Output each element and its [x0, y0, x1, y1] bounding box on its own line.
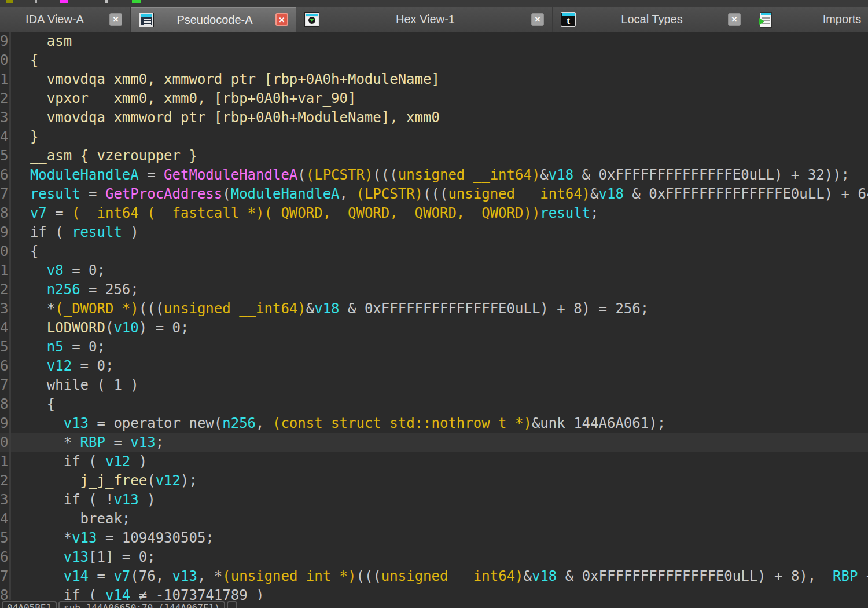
- line-number: 0: [0, 51, 11, 70]
- close-icon[interactable]: ✕: [275, 13, 288, 26]
- code-line[interactable]: 7 v14 = v7(76, v13, *(unsigned int *)(((…: [0, 567, 868, 586]
- line-number: 8: [0, 204, 11, 223]
- code-text: n5 = 0;: [11, 338, 105, 357]
- toolbar-icon-fragment: [6, 0, 13, 3]
- hex-view-icon: [304, 12, 319, 27]
- code-line[interactable]: 4 break;: [0, 510, 868, 529]
- tab-label: Pseudocode-A: [154, 13, 275, 27]
- code-line[interactable]: 2 vpxor xmm0, xmm0, [rbp+0A0h+var_90]: [0, 89, 868, 108]
- code-line[interactable]: 9 if ( result ): [0, 223, 868, 242]
- status-address-box[interactable]: 04A05BE1: [2, 601, 57, 608]
- code-line[interactable]: 1 if ( v12 ): [0, 452, 868, 471]
- pseudocode-icon: [139, 13, 154, 27]
- code-line[interactable]: 0 {: [0, 51, 868, 70]
- tab-imports[interactable]: Imports: [749, 7, 868, 32]
- toolbar-icon-fragment: [105, 0, 108, 3]
- close-icon[interactable]: ✕: [531, 13, 544, 26]
- tab-label: Local Types: [576, 13, 728, 26]
- line-number: 7: [0, 185, 11, 204]
- line-number: 6: [0, 357, 11, 376]
- status-bar: 04A05BE1 sub_144A06650:70 (144A067E1): [0, 600, 868, 608]
- line-number: 9: [0, 223, 11, 242]
- code-text: *v13 = 1094930505;: [11, 529, 214, 548]
- local-types-icon: t: [561, 12, 576, 27]
- code-text: if ( v12 ): [11, 452, 147, 471]
- code-line[interactable]: 9 __asm: [0, 32, 868, 51]
- code-text: n256 = 256;: [11, 280, 139, 299]
- code-line[interactable]: 5 __asm { vzeroupper }: [0, 146, 868, 166]
- tab-label: Hex View-1: [319, 13, 531, 26]
- code-line[interactable]: 1 v8 = 0;: [0, 261, 868, 280]
- line-number: 2: [0, 471, 11, 490]
- toolbar-icon-fragment: [132, 0, 141, 3]
- line-number: 3: [0, 108, 11, 127]
- code-text: LODWORD(v10) = 0;: [11, 318, 189, 338]
- line-number: 0: [0, 433, 11, 452]
- code-text: result = GetProcAddress(ModuleHandleA, (…: [11, 185, 868, 204]
- code-line[interactable]: 7 result = GetProcAddress(ModuleHandleA,…: [0, 185, 868, 204]
- code-line[interactable]: 0 {: [0, 242, 868, 261]
- code-text: while ( 1 ): [11, 376, 139, 395]
- code-text: {: [11, 242, 38, 261]
- tab-label: IDA View-A: [0, 13, 109, 26]
- line-number: 7: [0, 567, 11, 586]
- line-number: 5: [0, 146, 11, 166]
- code-line[interactable]: 9 v13 = operator new(n256, (const struct…: [0, 414, 868, 433]
- code-line[interactable]: 6 v13[1] = 0;: [0, 548, 868, 567]
- close-icon[interactable]: ✕: [109, 13, 122, 26]
- line-number: 6: [0, 166, 11, 185]
- tab-bar: IDA View-A ✕ Pseudocode-A ✕ Hex View-1 ✕…: [0, 7, 868, 32]
- code-line[interactable]: 0 *_RBP = v13;: [0, 433, 868, 452]
- tab-pseudocode-a[interactable]: Pseudocode-A ✕: [131, 7, 296, 32]
- code-text: vmovdqa xmm0, xmmword ptr [rbp+0A0h+Modu…: [11, 70, 440, 89]
- code-text: vpxor xmm0, xmm0, [rbp+0A0h+var_90]: [11, 89, 356, 108]
- tab-hex-view-1[interactable]: Hex View-1 ✕: [296, 7, 553, 32]
- line-number: 3: [0, 299, 11, 318]
- close-icon[interactable]: ✕: [728, 13, 741, 26]
- code-text: v13 = operator new(n256, (const struct s…: [11, 414, 665, 433]
- tab-label: Imports: [773, 13, 868, 26]
- code-line[interactable]: 3 vmovdqa xmmword ptr [rbp+0A0h+ModuleNa…: [0, 108, 868, 127]
- code-line[interactable]: 2 n256 = 256;: [0, 280, 868, 299]
- code-text: __asm: [11, 32, 72, 51]
- code-line[interactable]: 7 while ( 1 ): [0, 376, 868, 395]
- code-text: v12 = 0;: [11, 357, 113, 376]
- code-text: j_j_free(v12);: [11, 471, 197, 490]
- code-line[interactable]: 3 if ( !v13 ): [0, 490, 868, 510]
- code-text: ModuleHandleA = GetModuleHandleA((LPCSTR…: [11, 166, 849, 185]
- line-number: 1: [0, 70, 11, 89]
- code-line[interactable]: 1 vmovdqa xmm0, xmmword ptr [rbp+0A0h+Mo…: [0, 70, 868, 89]
- toolbar-icon-fragment: [60, 0, 68, 3]
- line-number: 2: [0, 280, 11, 299]
- pseudocode-pane[interactable]: 9 __asm0 {1 vmovdqa xmm0, xmmword ptr [r…: [0, 32, 868, 600]
- code-text: *_RBP = v13;: [11, 433, 164, 452]
- code-text: if ( result ): [11, 223, 139, 242]
- code-line[interactable]: 6 v12 = 0;: [0, 357, 868, 376]
- toolbar-fragment-strip: [0, 0, 868, 7]
- code-line[interactable]: 4 LODWORD(v10) = 0;: [0, 318, 868, 338]
- code-text: {: [11, 51, 38, 70]
- code-line[interactable]: 2 j_j_free(v12);: [0, 471, 868, 490]
- code-line[interactable]: 3 *(_DWORD *)(((unsigned __int64)&v18 & …: [0, 299, 868, 318]
- code-line[interactable]: 8 {: [0, 395, 868, 414]
- code-text: v14 = v7(76, v13, *(unsigned int *)(((un…: [11, 567, 868, 586]
- code-line[interactable]: 6 ModuleHandleA = GetModuleHandleA((LPCS…: [0, 166, 868, 185]
- code-line[interactable]: 8 if ( v14 ≠ -1073741789 ): [0, 586, 868, 600]
- status-empty-box[interactable]: [227, 601, 237, 608]
- tab-local-types[interactable]: t Local Types ✕: [553, 7, 749, 32]
- code-line[interactable]: 5 *v13 = 1094930505;: [0, 529, 868, 548]
- line-number: 4: [0, 318, 11, 338]
- toolbar-icon-fragment: [35, 0, 37, 3]
- tab-ida-view-a[interactable]: IDA View-A ✕: [0, 7, 131, 32]
- code-text: if ( !v13 ): [11, 490, 156, 510]
- code-line[interactable]: 4 }: [0, 127, 868, 146]
- line-number: 8: [0, 395, 11, 414]
- imports-icon: [757, 12, 773, 27]
- code-text: }: [11, 127, 38, 146]
- code-text: {: [11, 395, 55, 414]
- code-text: __asm { vzeroupper }: [11, 146, 197, 166]
- code-line[interactable]: 8 v7 = (__int64 (__fastcall *)(_QWORD, _…: [0, 204, 868, 223]
- line-number: 0: [0, 242, 11, 261]
- code-line[interactable]: 5 n5 = 0;: [0, 338, 868, 357]
- status-function-box[interactable]: sub_144A06650:70 (144A067E1): [58, 601, 225, 608]
